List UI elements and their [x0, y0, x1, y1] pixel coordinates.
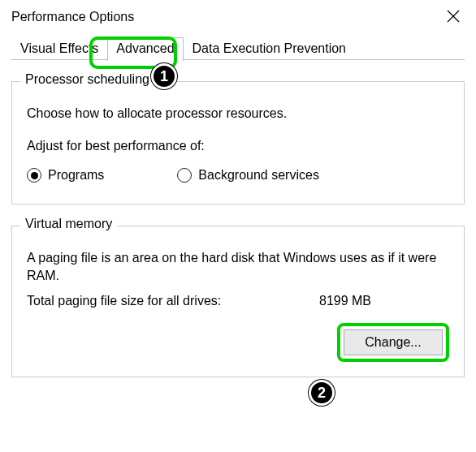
tab-data-execution-prevention[interactable]: Data Execution Prevention [184, 37, 355, 60]
vm-total-label: Total paging file size for all drives: [27, 294, 319, 308]
virtual-memory-group: Virtual memory A paging file is an area … [11, 226, 465, 377]
performance-options-window: Performance Options Visual Effects Advan… [0, 0, 476, 452]
processor-scheduling-desc: Choose how to allocate processor resourc… [27, 106, 449, 121]
radio-programs-label: Programs [48, 168, 104, 183]
tab-visual-effects[interactable]: Visual Effects [11, 37, 107, 60]
radio-row: Programs Background services [27, 168, 449, 183]
close-icon[interactable] [442, 10, 465, 25]
radio-programs[interactable]: Programs [27, 168, 104, 183]
radio-background-label: Background services [198, 168, 319, 183]
vm-total-row: Total paging file size for all drives: 8… [27, 294, 449, 308]
vm-total-value: 8199 MB [319, 294, 371, 308]
window-title: Performance Options [11, 10, 134, 24]
annotation-highlight-button: Change... [337, 323, 449, 362]
adjust-label: Adjust for best performance of: [27, 139, 449, 153]
radio-icon [177, 168, 192, 183]
change-button[interactable]: Change... [344, 329, 443, 355]
tab-advanced[interactable]: Advanced [107, 37, 183, 61]
annotation-callout-2: 2 [309, 380, 335, 406]
tab-content: Processor scheduling Choose how to alloc… [0, 60, 476, 377]
titlebar: Performance Options [0, 0, 476, 32]
processor-scheduling-group: Processor scheduling Choose how to alloc… [11, 81, 465, 204]
tab-bar: Visual Effects Advanced Data Execution P… [0, 32, 476, 60]
virtual-memory-desc: A paging file is an area on the hard dis… [27, 249, 449, 284]
radio-background-services[interactable]: Background services [177, 168, 319, 183]
button-row: Change... [27, 323, 449, 362]
processor-scheduling-title: Processor scheduling [20, 72, 154, 87]
virtual-memory-title: Virtual memory [20, 217, 117, 231]
radio-icon [27, 168, 41, 183]
